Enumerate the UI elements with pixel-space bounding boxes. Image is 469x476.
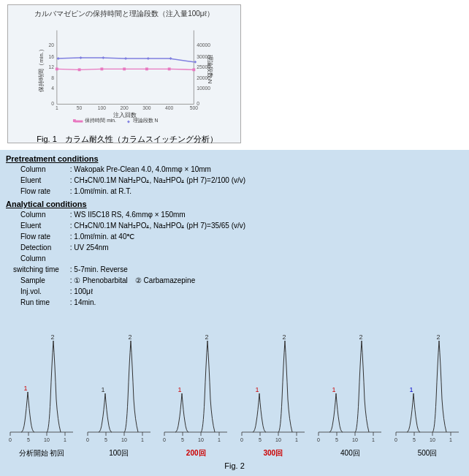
chrom-panel-2: 0 5 10 1 1 2 100回 — [83, 326, 155, 458]
chrom-panel-6: 0 5 10 1 1 2 500回 — [392, 326, 463, 458]
pretreatment-eluent: Eluent : CH₃CN/0.1M NaH₂PO₄, Na₂HPO₄ (pH… — [6, 175, 463, 186]
chart-container: カルバマゼピンの保持時間と理論段数（注入量100μℓ） 0 4 8 12 16 … — [7, 4, 241, 143]
svg-text:4: 4 — [51, 86, 54, 91]
svg-text:10: 10 — [198, 437, 204, 442]
svg-text:理論段数 N: 理論段数 N — [207, 55, 213, 84]
svg-text:1: 1 — [295, 437, 298, 442]
analytical-title: Analytical conditions — [6, 200, 463, 208]
svg-rect-27 — [100, 67, 103, 70]
svg-text:1: 1 — [449, 437, 452, 442]
svg-text:1: 1 — [409, 386, 413, 393]
svg-text:1: 1 — [178, 386, 182, 393]
analytical-eluent: Eluent : CH₃CN/0.1M NaH₂PO₄, Na₂HPO₄ (pH… — [6, 220, 463, 231]
pretreatment-column: Column : Wakopak Pre-Clean 4.0, 4.0mmφ ×… — [6, 164, 463, 175]
svg-text:2: 2 — [282, 333, 286, 341]
chrom-panel-5: 0 5 10 1 1 2 400回 — [314, 326, 386, 458]
svg-text:8: 8 — [51, 75, 54, 80]
svg-text:1: 1 — [56, 105, 58, 110]
svg-text:2: 2 — [205, 333, 209, 341]
svg-text:1: 1 — [332, 386, 336, 393]
svg-marker-37 — [169, 57, 172, 60]
svg-rect-29 — [145, 67, 148, 70]
svg-text:1: 1 — [372, 437, 375, 442]
analytical-detection: Detection : UV 254nm — [6, 242, 463, 253]
chrom-label-4: 300回 — [263, 448, 283, 458]
svg-text:1: 1 — [255, 386, 259, 393]
analytical-sample: Sample : ① Phenobarbital ② Carbamazepine — [6, 275, 463, 286]
analytical-conditions: Analytical conditions Column : WS II5C18… — [6, 200, 463, 308]
svg-text:2: 2 — [128, 333, 131, 341]
chrom-svg-2: 0 5 10 1 1 2 — [84, 326, 154, 447]
svg-marker-38 — [194, 61, 197, 64]
analytical-switching: Column switching time : 5-7min. Reverse — [6, 253, 463, 275]
svg-text:5: 5 — [181, 437, 184, 442]
svg-text:5: 5 — [413, 437, 416, 442]
svg-text:保持時間（min.）: 保持時間（min.） — [38, 46, 45, 92]
svg-text:5: 5 — [259, 437, 262, 442]
chromatogram-area: 0 5 10 1 1 2 分析開始 初回 0 — [6, 312, 463, 458]
chrom-svg-4: 0 5 10 1 1 2 — [238, 326, 308, 447]
fig1-caption: Fig. 1 カラム耐久性（カラムスイッチング分析） — [36, 134, 218, 145]
svg-marker-42 — [127, 121, 130, 124]
svg-text:10: 10 — [275, 437, 281, 442]
chrom-svg-6: 0 5 10 1 1 2 — [392, 326, 462, 447]
top-section: カルバマゼピンの保持時間と理論段数（注入量100μℓ） 0 4 8 12 16 … — [0, 0, 469, 150]
pretreatment-flowrate: Flow rate : 1.0mℓ/min. at R.T. — [6, 186, 463, 197]
svg-text:300: 300 — [142, 105, 150, 110]
chrom-svg-1: 0 5 10 1 1 2 — [7, 326, 77, 447]
svg-text:40000: 40000 — [197, 42, 210, 48]
svg-marker-35 — [124, 57, 127, 60]
svg-text:2: 2 — [436, 333, 440, 341]
svg-text:1: 1 — [141, 437, 144, 442]
run-label-2: 100回 — [109, 449, 129, 457]
svg-text:0: 0 — [51, 101, 54, 106]
analytical-flowrate: Flow rate : 1.0mℓ/min. at 40℃ — [6, 231, 463, 242]
line-chart: 0 4 8 12 16 20 0 10000 20000 25000 30000… — [36, 21, 218, 131]
svg-text:12: 12 — [49, 64, 55, 69]
svg-text:1: 1 — [64, 437, 66, 442]
svg-rect-40 — [73, 119, 76, 122]
svg-text:5: 5 — [27, 437, 30, 442]
chrom-label-2: 100回 — [109, 448, 129, 458]
analytical-column: Column : WS II5C18 RS, 4.6mmφ × 150mm — [6, 209, 463, 220]
svg-text:10: 10 — [44, 437, 50, 442]
svg-text:0: 0 — [86, 437, 89, 442]
svg-text:0: 0 — [163, 437, 166, 442]
chrom-label-1: 分析開始 初回 — [19, 448, 65, 458]
svg-text:1: 1 — [101, 386, 104, 393]
svg-rect-31 — [192, 68, 195, 71]
chrom-label-6: 500回 — [418, 448, 438, 458]
svg-text:0: 0 — [9, 437, 12, 442]
chrom-label-3: 200回 — [186, 448, 206, 458]
svg-text:0: 0 — [240, 437, 243, 442]
svg-text:200: 200 — [121, 105, 129, 110]
chart-title: カルバマゼピンの保持時間と理論段数（注入量100μℓ） — [34, 9, 214, 19]
svg-rect-28 — [123, 67, 126, 70]
chrom-svg-3: 0 5 10 1 1 2 — [161, 326, 231, 447]
svg-marker-32 — [57, 57, 60, 60]
svg-rect-26 — [78, 68, 81, 71]
chrom-panel-1: 0 5 10 1 1 2 分析開始 初回 — [6, 326, 77, 458]
svg-text:400: 400 — [165, 105, 173, 110]
bottom-section: Pretreatment conditions Column : Wakopak… — [0, 150, 469, 476]
chrom-svg-5: 0 5 10 1 1 2 — [315, 326, 385, 447]
analytical-injvol: Inj.vol. : 100μℓ — [6, 286, 463, 297]
svg-text:10: 10 — [121, 437, 127, 442]
svg-marker-36 — [147, 57, 150, 60]
chrom-panel-4: 0 5 10 1 1 2 300回 — [237, 326, 309, 458]
svg-marker-34 — [102, 56, 104, 59]
svg-text:20: 20 — [49, 42, 55, 48]
pretreatment-conditions: Pretreatment conditions Column : Wakopak… — [6, 154, 463, 197]
svg-text:16: 16 — [49, 54, 55, 59]
svg-rect-30 — [168, 67, 171, 70]
svg-text:1: 1 — [218, 437, 221, 442]
svg-text:10: 10 — [430, 437, 435, 442]
svg-text:500: 500 — [190, 105, 198, 110]
svg-marker-33 — [80, 56, 83, 59]
svg-text:0: 0 — [317, 437, 320, 442]
chrom-label-5: 400回 — [340, 448, 360, 458]
svg-text:2: 2 — [359, 333, 363, 341]
svg-text:5: 5 — [104, 437, 107, 442]
chrom-panel-3: 0 5 10 1 1 2 200回 — [160, 326, 232, 458]
svg-text:注入回数: 注入回数 — [113, 112, 137, 118]
